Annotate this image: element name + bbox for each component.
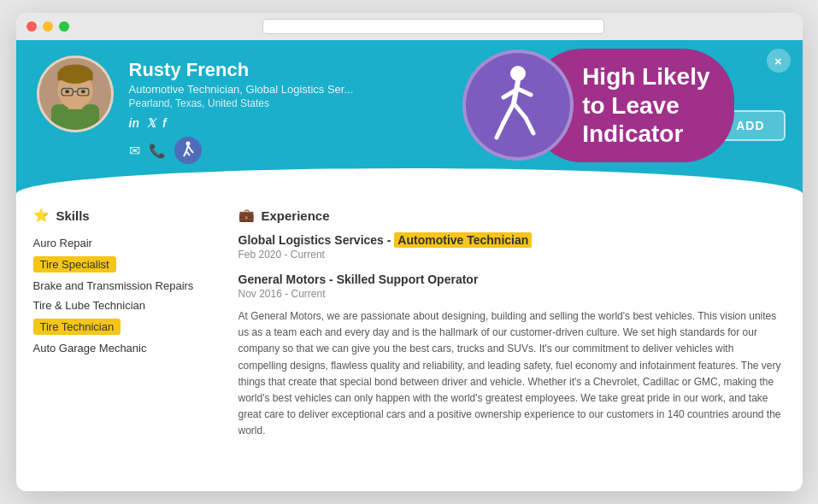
svg-line-23 (514, 103, 526, 118)
svg-line-21 (503, 103, 514, 123)
close-button[interactable]: × (767, 49, 791, 73)
exp-description: At General Motors, we are passionate abo… (238, 308, 786, 440)
svg-line-15 (188, 146, 191, 150)
experience-panel: 💼 Experience Global Logistics Services -… (238, 208, 786, 478)
svg-line-24 (526, 118, 533, 133)
avatar (37, 56, 114, 132)
skills-list: Auro RepairTire SpecialistBrake and Tran… (33, 233, 221, 358)
skill-item: Tire Technician (33, 315, 221, 338)
indicator-text: High Likely to Leave Indicator (582, 62, 709, 149)
skill-item: Auto Garage Mechanic (33, 338, 221, 358)
maximize-dot[interactable] (59, 21, 69, 32)
skills-icon: ⭐ (33, 208, 50, 223)
url-bar[interactable] (262, 19, 604, 34)
exp-company-role: General Motors - Skilled Support Operato… (238, 273, 786, 286)
svg-point-11 (185, 142, 190, 146)
svg-line-16 (191, 149, 193, 153)
close-dot[interactable] (26, 21, 37, 32)
skill-item: Auro Repair (33, 233, 221, 253)
skills-panel: ⭐ Skills Auro RepairTire SpecialistBrake… (33, 208, 221, 478)
body-content: ⭐ Skills Auro RepairTire SpecialistBrake… (16, 194, 803, 491)
profile-header: × (16, 40, 803, 194)
experience-entry: Global Logistics Services - Automotive T… (238, 233, 786, 261)
walking-indicator-button[interactable] (174, 137, 202, 164)
svg-point-9 (65, 90, 69, 93)
titlebar (16, 13, 803, 40)
exp-date: Feb 2020 - Current (238, 249, 786, 261)
exp-date: Nov 2016 - Current (238, 288, 786, 300)
skill-item: Tire Specialist (33, 253, 221, 276)
experience-icon: 💼 (238, 208, 255, 223)
svg-line-20 (518, 89, 531, 95)
skill-item: Tire & Lube Technician (33, 296, 221, 315)
svg-point-10 (81, 90, 85, 93)
phone-icon[interactable]: 📞 (149, 143, 166, 159)
svg-rect-5 (57, 73, 92, 80)
facebook-icon[interactable]: f (162, 116, 167, 130)
experience-list: Global Logistics Services - Automotive T… (238, 233, 786, 440)
header-wave (16, 168, 803, 194)
email-icon[interactable]: ✉ (129, 143, 140, 159)
skill-item: Brake and Transmission Repairs (33, 276, 221, 296)
svg-line-14 (186, 151, 190, 155)
experience-entry: General Motors - Skilled Support Operato… (238, 273, 786, 440)
leave-indicator-overlay: High Likely to Leave Indicator (462, 49, 733, 162)
exp-company-role: Global Logistics Services - Automotive T… (238, 233, 786, 247)
minimize-dot[interactable] (43, 21, 53, 32)
linkedin-icon[interactable]: in (129, 116, 139, 130)
skills-title: ⭐ Skills (33, 208, 221, 223)
main-window: × (16, 13, 803, 491)
walking-circle (462, 50, 574, 161)
experience-title: 💼 Experience (238, 208, 786, 223)
twitter-icon[interactable]: 𝕏 (146, 116, 156, 130)
svg-line-22 (497, 123, 503, 138)
